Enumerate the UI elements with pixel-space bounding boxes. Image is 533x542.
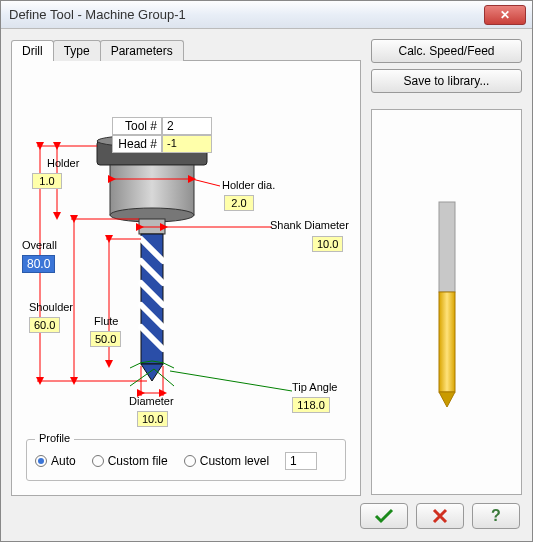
head-num-label: Head #: [112, 135, 162, 153]
head-num-input[interactable]: -1: [162, 135, 212, 153]
flute-label: Flute: [94, 315, 118, 327]
ok-button[interactable]: [360, 503, 408, 529]
svg-rect-25: [439, 202, 455, 292]
tip-angle-input[interactable]: 118.0: [292, 397, 330, 413]
save-to-library-button[interactable]: Save to library...: [371, 69, 522, 93]
shoulder-input[interactable]: 60.0: [29, 317, 60, 333]
tab-label: Type: [64, 44, 90, 58]
button-label: Save to library...: [404, 74, 490, 88]
tab-parameters[interactable]: Parameters: [100, 40, 184, 61]
overall-input[interactable]: 80.0: [22, 255, 55, 273]
tool-num-input[interactable]: 2: [162, 117, 212, 135]
radio-custom-level[interactable]: Custom level: [184, 454, 269, 468]
tool-num-label: Tool #: [112, 117, 162, 135]
custom-level-input[interactable]: 1: [285, 452, 317, 470]
svg-rect-26: [439, 292, 455, 392]
profile-legend: Profile: [35, 432, 74, 444]
holder-input[interactable]: 1.0: [32, 173, 62, 189]
tab-label: Drill: [22, 44, 43, 58]
tip-angle-label: Tip Angle: [292, 381, 337, 393]
holder-label: Holder: [47, 157, 79, 169]
app-window: Define Tool - Machine Group-1 ✕ Drill Ty…: [0, 0, 533, 542]
flute-input[interactable]: 50.0: [90, 331, 121, 347]
radio-dot-icon: [184, 455, 196, 467]
radio-custom-file[interactable]: Custom file: [92, 454, 168, 468]
svg-line-24: [170, 371, 292, 391]
x-icon: [432, 508, 448, 524]
tab-type[interactable]: Type: [53, 40, 101, 61]
overall-label: Overall: [22, 239, 57, 251]
tab-drill[interactable]: Drill: [11, 40, 54, 61]
radio-auto[interactable]: Auto: [35, 454, 76, 468]
button-label: Calc. Speed/Feed: [398, 44, 494, 58]
radio-label: Custom level: [200, 454, 269, 468]
titlebar: Define Tool - Machine Group-1 ✕: [1, 1, 532, 29]
check-icon: [374, 508, 394, 524]
shank-dia-input[interactable]: 10.0: [312, 236, 343, 252]
tool-preview: [371, 109, 522, 495]
shank-dia-label: Shank Diameter: [270, 219, 349, 231]
calc-speed-feed-button[interactable]: Calc. Speed/Feed: [371, 39, 522, 63]
window-title: Define Tool - Machine Group-1: [9, 7, 484, 22]
preview-drill-icon: [417, 192, 477, 412]
tab-bar: Drill Type Parameters: [11, 39, 361, 61]
radio-dot-icon: [92, 455, 104, 467]
question-icon: ?: [491, 507, 501, 525]
holder-dia-label: Holder dia.: [222, 179, 275, 191]
dialog-footer: ?: [1, 499, 532, 537]
svg-line-16: [192, 179, 220, 186]
svg-marker-27: [439, 392, 455, 407]
holder-dia-input[interactable]: 2.0: [224, 195, 254, 211]
close-button[interactable]: ✕: [484, 5, 526, 25]
svg-marker-6: [141, 364, 163, 381]
diameter-input[interactable]: 10.0: [137, 411, 168, 427]
radio-dot-icon: [35, 455, 47, 467]
diameter-label: Diameter: [129, 395, 174, 407]
shoulder-label: Shoulder: [29, 301, 73, 313]
help-button[interactable]: ?: [472, 503, 520, 529]
tab-label: Parameters: [111, 44, 173, 58]
cancel-button[interactable]: [416, 503, 464, 529]
radio-label: Custom file: [108, 454, 168, 468]
radio-label: Auto: [51, 454, 76, 468]
close-icon: ✕: [500, 8, 510, 22]
tab-content: Tool # 2 Head # -1 Holder 1.0 Holder dia…: [11, 61, 361, 496]
